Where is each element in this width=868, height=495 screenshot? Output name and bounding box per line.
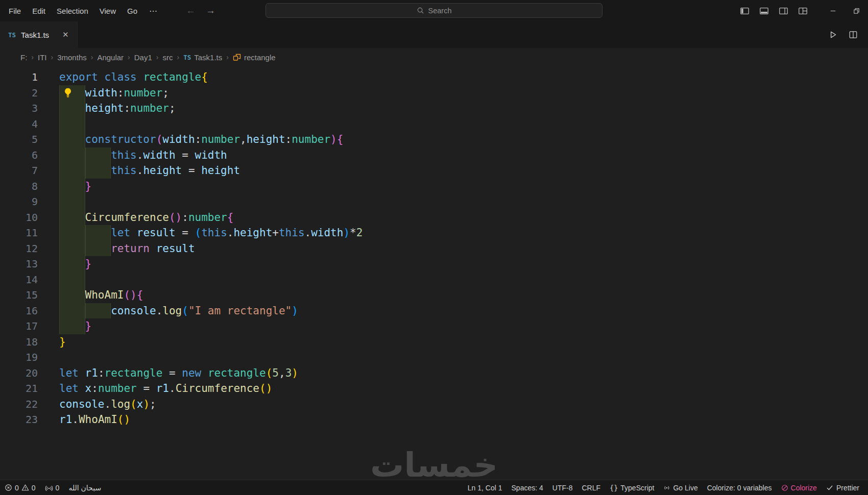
breadcrumb-item-iti[interactable]: ITI xyxy=(37,53,48,62)
breadcrumb-item-f-[interactable]: F: xyxy=(19,53,28,62)
custom-note-item[interactable]: سبحان الله xyxy=(64,480,106,495)
run-file-icon[interactable] xyxy=(828,30,837,39)
line-number: 12 xyxy=(0,241,38,257)
restore-icon xyxy=(853,7,860,15)
code-line[interactable]: 17 } xyxy=(0,318,868,334)
code-line[interactable]: 4 xyxy=(0,116,868,132)
go-live-button[interactable]: Go Live xyxy=(659,480,702,495)
eol-setting[interactable]: CRLF xyxy=(577,480,605,495)
line-number: 20 xyxy=(0,365,38,381)
code-line[interactable]: 11 let result = (this.height+this.width)… xyxy=(0,225,868,241)
broadcast-indicator[interactable]: 0 xyxy=(40,480,64,495)
problems-indicator[interactable]: 0 0 xyxy=(0,480,40,495)
breadcrumb-item-angular[interactable]: Angular xyxy=(96,53,125,62)
code-line[interactable]: 2 width:number; xyxy=(0,85,868,101)
code-line[interactable]: 3 height:number; xyxy=(0,101,868,116)
colorize-disabled-icon xyxy=(781,484,788,491)
typescript-file-icon: TS xyxy=(183,54,191,61)
breadcrumb-item-src[interactable]: src xyxy=(161,53,174,62)
cursor-position[interactable]: Ln 1, Col 1 xyxy=(463,480,507,495)
encoding-setting[interactable]: UTF-8 xyxy=(548,480,577,495)
line-number: 1 xyxy=(0,69,38,85)
code-line[interactable]: 22console.log(x); xyxy=(0,397,868,412)
split-editor-icon[interactable] xyxy=(849,30,858,39)
prettier-text: Prettier xyxy=(836,484,859,492)
colorize-variables[interactable]: Colorize: 0 variables xyxy=(703,480,777,495)
customize-layout-icon[interactable] xyxy=(798,6,808,16)
cursor-position-text: Ln 1, Col 1 xyxy=(468,484,502,492)
toggle-sidebar-right-icon[interactable] xyxy=(779,6,788,16)
code-line[interactable]: 12 return result xyxy=(0,241,868,257)
more-menu-button[interactable]: ⋯ xyxy=(143,6,164,16)
braces-icon: {} xyxy=(610,484,618,492)
code-text: export class rectangle{ xyxy=(38,69,208,85)
tab-label: Task1.ts xyxy=(21,31,49,39)
go-live-icon xyxy=(663,484,670,491)
code-line[interactable]: 7 this.height = height xyxy=(0,163,868,179)
code-line[interactable]: 15 WhoAmI(){ xyxy=(0,287,868,303)
window-minimize-button[interactable] xyxy=(821,0,845,21)
breadcrumb-separator: › xyxy=(28,53,37,61)
code-text: return result xyxy=(38,241,195,257)
code-line[interactable]: 23r1.WhoAmI() xyxy=(0,412,868,428)
code-text xyxy=(38,116,59,132)
typescript-file-icon: TS xyxy=(8,31,16,39)
code-line[interactable]: 10 Circumference():number{ xyxy=(0,210,868,226)
code-line[interactable]: 18} xyxy=(0,334,868,350)
tab-task1-ts[interactable]: TS Task1.ts ✕ xyxy=(0,21,78,48)
lightbulb-quickfix-icon[interactable] xyxy=(62,87,74,98)
search-command-center[interactable]: Search xyxy=(266,3,602,18)
line-number: 9 xyxy=(0,194,38,210)
indentation-setting[interactable]: Spaces: 4 xyxy=(507,480,548,495)
line-number: 8 xyxy=(0,179,38,194)
code-line[interactable]: 1export class rectangle{ xyxy=(0,69,868,85)
menubar: FileEditSelectionViewGo xyxy=(0,0,143,21)
line-number: 14 xyxy=(0,272,38,288)
code-text xyxy=(38,194,59,210)
navigate-forward-button[interactable]: → xyxy=(206,5,215,16)
line-number: 16 xyxy=(0,303,38,319)
code-line[interactable]: 20let r1:rectangle = new rectangle(5,3) xyxy=(0,365,868,381)
code-line[interactable]: 16 console.log("I am rectangle") xyxy=(0,303,868,319)
breadcrumb-label: F: xyxy=(20,53,27,62)
navigate-back-button[interactable]: ← xyxy=(186,5,196,16)
line-number: 19 xyxy=(0,350,38,365)
menu-view[interactable]: View xyxy=(94,0,122,21)
code-line[interactable]: 8 } xyxy=(0,179,868,194)
breadcrumb-item-3months[interactable]: 3months xyxy=(56,53,88,62)
toggle-sidebar-left-icon[interactable] xyxy=(740,6,750,16)
warning-count: 0 xyxy=(32,484,36,492)
warning-icon xyxy=(21,484,29,491)
menu-file[interactable]: File xyxy=(3,0,27,21)
code-text: let r1:rectangle = new rectangle(5,3) xyxy=(38,365,298,381)
editor[interactable]: 1export class rectangle{2 width:number;3… xyxy=(0,66,868,480)
menu-go[interactable]: Go xyxy=(122,0,143,21)
code-line[interactable]: 5 constructor(width:number,height:number… xyxy=(0,132,868,147)
language-mode[interactable]: {} TypeScript xyxy=(605,480,659,495)
colorize-button[interactable]: Colorize xyxy=(777,480,822,495)
toggle-panel-icon[interactable] xyxy=(759,6,769,16)
tab-close-icon[interactable]: ✕ xyxy=(62,30,69,39)
breadcrumb-item-day1[interactable]: Day1 xyxy=(133,53,153,62)
code-text: WhoAmI(){ xyxy=(38,287,143,303)
code-text: this.height = height xyxy=(38,163,240,179)
breadcrumb-item-task1-ts[interactable]: TSTask1.ts xyxy=(182,53,223,62)
window-restore-button[interactable] xyxy=(845,0,868,21)
code-text: Circumference():number{ xyxy=(38,210,233,226)
code-line[interactable]: 6 this.width = width xyxy=(0,147,868,163)
code-line[interactable]: 21let x:number = r1.Circumference() xyxy=(0,381,868,397)
code-line[interactable]: 13 } xyxy=(0,256,868,272)
code-line[interactable]: 9 xyxy=(0,194,868,210)
go-live-text: Go Live xyxy=(673,484,697,492)
menu-edit[interactable]: Edit xyxy=(27,0,51,21)
breadcrumb-item-rectangle[interactable]: rectangle xyxy=(232,53,277,62)
code-line[interactable]: 19 xyxy=(0,350,868,365)
breadcrumb-separator: › xyxy=(153,53,162,61)
code-text: } xyxy=(38,179,91,194)
broadcast-icon xyxy=(45,484,53,492)
prettier-button[interactable]: Prettier xyxy=(822,480,864,495)
search-placeholder: Search xyxy=(428,7,452,15)
menu-selection[interactable]: Selection xyxy=(51,0,94,21)
breadcrumb-label: src xyxy=(162,53,173,62)
code-line[interactable]: 14 xyxy=(0,272,868,288)
